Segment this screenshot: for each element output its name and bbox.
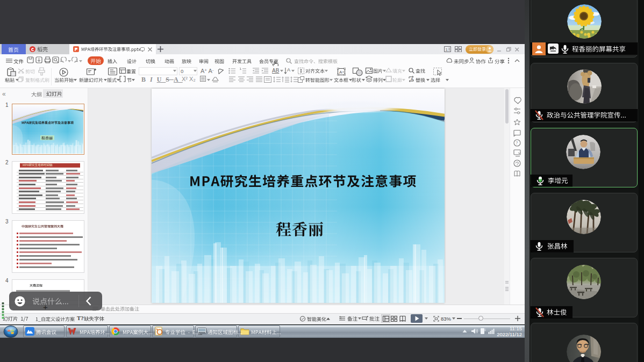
svg-text:1: 1 — [446, 47, 448, 52]
svg-text:A: A — [339, 70, 342, 75]
svg-text:A: A — [287, 67, 290, 73]
svg-text:?: ? — [516, 141, 518, 146]
svg-text:A: A — [411, 77, 413, 81]
